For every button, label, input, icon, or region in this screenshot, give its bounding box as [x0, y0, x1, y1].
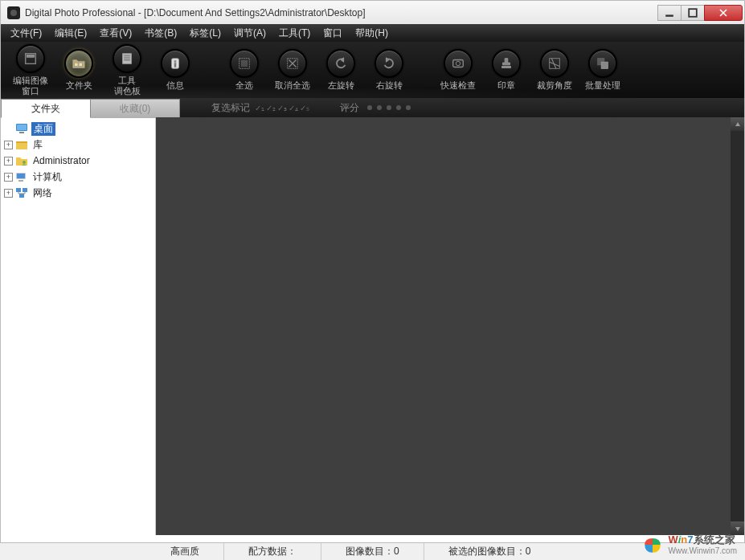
tree-label: 计算机 [31, 170, 63, 184]
minimize-button[interactable] [657, 5, 682, 21]
computer-icon [15, 171, 28, 182]
main-area: 桌面 + 库 + Administrator + 计算机 + 网络 [0, 117, 745, 535]
maximize-button[interactable] [681, 5, 705, 21]
tree-label: Administrator [31, 155, 92, 166]
expand-icon[interactable]: + [4, 141, 13, 149]
tool-stamp[interactable]: 印章 [485, 49, 528, 90]
toolbar: 编辑图像窗口 文件夹 工具调色板 信息 全选 取消全选 左旋转 右旋转 快速检查… [0, 42, 745, 98]
tool-batch[interactable]: 批量处理 [581, 49, 624, 90]
svg-rect-4 [75, 63, 79, 67]
scroll-track[interactable] [731, 131, 744, 521]
check-1-icon[interactable]: ✓₁ [255, 104, 263, 112]
tree-node-network[interactable]: + 网络 [2, 185, 154, 201]
svg-rect-21 [601, 63, 608, 69]
check-4-icon[interactable]: ✓₄ [289, 104, 297, 112]
close-button[interactable] [704, 5, 743, 21]
tool-quick-check[interactable]: 快速检查 [436, 49, 480, 90]
svg-rect-1 [689, 9, 697, 17]
rating-dot-icon[interactable] [377, 105, 382, 110]
tool-rotate-left[interactable]: 左旋转 [319, 49, 362, 90]
tab-favorites[interactable]: 收藏(0) [90, 99, 180, 118]
trim-angle-icon [540, 49, 569, 78]
menu-bar: 文件(F) 编辑(E) 查看(V) 书签(B) 标签(L) 调节(A) 工具(T… [0, 24, 745, 42]
tool-rotate-right[interactable]: 右旋转 [367, 49, 411, 90]
status-recipe: 配方数据： [223, 543, 321, 560]
tool-palette[interactable]: 工具调色板 [105, 44, 149, 95]
tool-deselect-all[interactable]: 取消全选 [271, 49, 314, 90]
frame-bottom [0, 535, 745, 543]
expand-icon[interactable]: + [4, 173, 13, 182]
svg-rect-31 [23, 188, 27, 192]
checkmark-filters[interactable]: ✓₁ ✓₂ ✓₃ ✓₄ ✓₅ [255, 104, 308, 112]
svg-rect-14 [241, 61, 247, 67]
filter-checkmark-label: 复选标记 [211, 101, 250, 115]
rating-dot-icon[interactable] [367, 105, 372, 110]
check-3-icon[interactable]: ✓₃ [277, 104, 285, 112]
menu-file[interactable]: 文件(F) [4, 25, 48, 42]
info-icon [161, 49, 190, 78]
rotate-left-icon [326, 49, 355, 78]
tree-node-desktop[interactable]: 桌面 [2, 121, 154, 137]
svg-rect-3 [27, 55, 35, 58]
tree-label: 桌面 [31, 122, 55, 136]
tool-folder[interactable]: 文件夹 [57, 49, 100, 90]
status-quality: 高画质 [161, 543, 223, 560]
menu-view[interactable]: 查看(V) [93, 25, 138, 42]
rating-dot-icon[interactable] [387, 105, 391, 110]
svg-rect-0 [665, 14, 673, 16]
svg-rect-8 [124, 58, 129, 59]
tree-node-admin[interactable]: + Administrator [2, 153, 154, 169]
tool-select-all[interactable]: 全选 [223, 49, 266, 90]
check-2-icon[interactable]: ✓₂ [266, 104, 274, 112]
scroll-down-icon[interactable] [731, 521, 744, 535]
status-image-count: 图像数目：0 [321, 543, 424, 560]
svg-rect-16 [453, 60, 464, 67]
tool-trim-angle[interactable]: 裁剪角度 [533, 49, 576, 90]
menu-label[interactable]: 标签(L) [183, 25, 227, 42]
vertical-scrollbar[interactable] [731, 117, 744, 535]
menu-tools[interactable]: 工具(T) [272, 25, 317, 42]
rating-dot-icon[interactable] [396, 105, 401, 110]
menu-bookmark[interactable]: 书签(B) [138, 25, 183, 42]
folder-tree-panel: 桌面 + 库 + Administrator + 计算机 + 网络 [1, 117, 156, 535]
svg-rect-28 [17, 174, 25, 178]
check-5-icon[interactable]: ✓₅ [300, 104, 308, 112]
thumbnail-viewport[interactable] [156, 117, 731, 535]
svg-rect-24 [19, 132, 24, 133]
tree-node-computer[interactable]: + 计算机 [2, 169, 154, 185]
menu-window[interactable]: 窗口 [317, 25, 349, 42]
app-icon [7, 6, 20, 19]
menu-edit[interactable]: 编辑(E) [48, 25, 93, 42]
scroll-up-icon[interactable] [731, 117, 744, 131]
title-bar: Digital Photo Professional - [D:\Documen… [0, 0, 745, 24]
stamp-icon [492, 49, 521, 78]
status-selected-count: 被选的图像数目：0 [424, 543, 555, 560]
svg-rect-5 [79, 63, 83, 67]
menu-adjust[interactable]: 调节(A) [227, 25, 272, 42]
svg-rect-30 [16, 188, 21, 192]
palette-icon [113, 44, 141, 73]
edit-image-icon [16, 44, 45, 73]
rating-filter[interactable] [367, 105, 411, 110]
desktop-icon [15, 123, 28, 134]
svg-rect-25 [16, 141, 27, 143]
expand-icon[interactable]: + [4, 189, 13, 198]
menu-help[interactable]: 帮助(H) [349, 25, 395, 42]
svg-point-26 [23, 161, 26, 164]
svg-rect-29 [18, 180, 23, 182]
tree-label: 库 [31, 138, 44, 152]
svg-point-17 [456, 62, 460, 66]
select-all-icon [230, 49, 259, 78]
rotate-right-icon [375, 49, 403, 78]
svg-rect-11 [174, 61, 176, 63]
tree-node-library[interactable]: + 库 [2, 137, 154, 153]
rating-dot-icon[interactable] [406, 105, 411, 110]
svg-rect-9 [124, 59, 129, 60]
expand-icon[interactable]: + [4, 157, 13, 166]
svg-rect-12 [174, 63, 176, 67]
tool-edit-image-window[interactable]: 编辑图像窗口 [9, 44, 52, 95]
deselect-all-icon [278, 49, 307, 78]
quick-check-icon [444, 49, 473, 78]
tab-folder[interactable]: 文件夹 [1, 99, 91, 118]
tool-info[interactable]: 信息 [154, 49, 197, 90]
